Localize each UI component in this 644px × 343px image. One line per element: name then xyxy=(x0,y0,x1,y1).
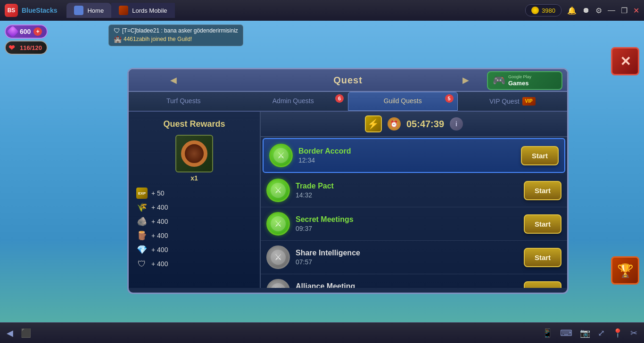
google-play-button[interactable]: 🎮 Google Play Games xyxy=(487,71,562,90)
resize-icon[interactable]: ⤢ xyxy=(596,326,607,340)
record-icon[interactable]: ⏺ xyxy=(582,6,590,15)
share-intelligence-start-button[interactable]: Start xyxy=(524,248,561,267)
add-gems-button[interactable]: + xyxy=(33,27,42,36)
gem-counter: 600 + xyxy=(5,24,48,39)
reward-item-box xyxy=(175,135,213,172)
quest-item-trade-pact[interactable]: ⚔ Trade Pact 14:32 Start xyxy=(261,174,567,207)
quest-list-panel: ⚡ ⏰ 05:47:39 i ⚔ Border Accord 12:34 xyxy=(261,112,567,288)
settings-icon[interactable]: ⚙ xyxy=(595,6,602,15)
trade-pact-start-button[interactable]: Start xyxy=(524,181,561,200)
lightning-icon: ⚡ xyxy=(365,115,382,132)
reward-list: EXP + 50 🌾 + 400 🪨 + 400 🪵 + 400 xyxy=(136,188,252,270)
exp-icon: EXP xyxy=(136,188,148,199)
ore-icon: 💎 xyxy=(136,244,148,255)
trade-pact-info: Trade Pact 14:32 xyxy=(296,182,518,199)
share-intelligence-time: 07:57 xyxy=(296,258,518,266)
chat-line-1: 🛡 [T=C]bladee21 : bana asker gödenderirm… xyxy=(114,27,238,34)
secret-meetings-start-button[interactable]: Start xyxy=(524,214,561,234)
display-icon[interactable]: 📱 xyxy=(540,326,554,340)
border-accord-time: 12:34 xyxy=(298,156,515,164)
quest-content: Quest Rewards x1 EXP + 50 🌾 + 400 🪨 xyxy=(129,112,567,288)
back-icon[interactable]: ◀ xyxy=(5,326,15,340)
bell-icon[interactable]: 🔔 xyxy=(567,6,577,15)
info-icon[interactable]: i xyxy=(450,117,463,131)
guild-message: 4461zabih joined the Guild! xyxy=(124,36,192,42)
minimize-icon[interactable]: — xyxy=(608,6,615,15)
chat-line-2: 🏰 4461zabih joined the Guild! xyxy=(114,35,238,43)
secret-meetings-name: Secret Meetings xyxy=(296,215,518,224)
quest-title: Quest xyxy=(333,75,363,86)
restore-icon[interactable]: ❐ xyxy=(621,6,627,15)
timer-bar: ⚡ ⏰ 05:47:39 i xyxy=(261,112,567,137)
keyboard-icon[interactable]: ⌨ xyxy=(558,326,574,340)
border-accord-start-button[interactable]: Start xyxy=(521,146,559,165)
tab-guild-quests[interactable]: Guild Quests 5 xyxy=(348,92,458,111)
coins-display: 3980 xyxy=(525,4,561,16)
google-play-icon: 🎮 xyxy=(493,74,505,87)
share-intelligence-name: Share Intelligence xyxy=(296,249,518,257)
share-intelligence-info: Share Intelligence 07:57 xyxy=(296,249,518,266)
titlebar: BS BlueStacks Home Lords Mobile 3980 🔔 ⏺… xyxy=(0,0,644,21)
secret-meetings-time: 09:37 xyxy=(296,225,518,232)
stone-icon: 🪨 xyxy=(136,216,148,227)
reward-stone: 🪨 + 400 xyxy=(136,216,252,227)
timer-display: 05:47:39 xyxy=(406,119,444,130)
rewards-title: Quest Rewards xyxy=(163,119,225,129)
gem-icon xyxy=(7,25,18,37)
trade-pact-name: Trade Pact xyxy=(296,182,518,190)
game-tab-icon xyxy=(119,6,128,15)
top-hud: 600 + ❤ 116/120 xyxy=(5,24,48,55)
reward-food: 🌾 + 400 xyxy=(136,202,252,213)
wood-icon: 🪵 xyxy=(136,230,148,241)
tab-turf-quests[interactable]: Turf Quests xyxy=(129,92,239,111)
home-icon[interactable]: ⬛ xyxy=(19,326,33,340)
gold-icon: 🛡 xyxy=(136,258,148,270)
reward-badge-button[interactable]: 🏆 xyxy=(611,256,639,285)
cut-icon[interactable]: ✂ xyxy=(628,326,639,340)
reward-wood: 🪵 + 400 xyxy=(136,230,252,241)
chat-message-1: [T=C]bladee21 : bana asker gödenderirmis… xyxy=(122,27,238,34)
health-counter: ❤ 116/120 xyxy=(5,41,48,55)
screenshot-icon[interactable]: 📷 xyxy=(578,326,592,340)
tab-lords-mobile[interactable]: Lords Mobile xyxy=(111,3,174,18)
alliance-meeting-name: Alliance Meeting xyxy=(296,282,518,288)
close-icon[interactable]: ✕ xyxy=(633,6,639,15)
secret-meetings-icon: ⚔ xyxy=(266,212,290,236)
chat-icon-1: 🛡 xyxy=(114,27,120,34)
game-area: 600 + ❤ 116/120 🛡 [T=C]bladee21 : bana a… xyxy=(0,21,644,322)
location-icon[interactable]: 📍 xyxy=(611,326,625,340)
border-accord-icon: ⚔ xyxy=(269,144,293,167)
reward-gold: 🛡 + 400 xyxy=(136,258,252,270)
panel-close-button[interactable]: ✕ xyxy=(611,47,639,75)
reward-badge-icon: 🏆 xyxy=(617,263,634,278)
reward-ore: 💎 + 400 xyxy=(136,244,252,255)
share-intelligence-icon: ⚔ xyxy=(266,245,290,269)
quest-item-border-accord[interactable]: ⚔ Border Accord 12:34 Start xyxy=(263,138,565,173)
border-accord-info: Border Accord 12:34 xyxy=(298,147,515,164)
titlebar-right: 3980 🔔 ⏺ ⚙ — ❐ ✕ xyxy=(525,4,639,16)
secret-meetings-info: Secret Meetings 09:37 xyxy=(296,215,518,232)
reward-exp: EXP + 50 xyxy=(136,188,252,199)
taskbar: ◀ ⬛ 📱 ⌨ 📷 ⤢ 📍 ✂ xyxy=(0,322,644,343)
google-play-text: Google Play Games xyxy=(508,74,531,87)
heart-icon: ❤ xyxy=(8,43,17,52)
guild-badge: 5 xyxy=(445,94,454,103)
quest-item-alliance-meeting[interactable]: ⚔ Alliance Meeting 06:54 Start xyxy=(261,274,567,288)
chat-area: 🛡 [T=C]bladee21 : bana asker gödenderirm… xyxy=(108,24,243,46)
bluestacks-brand: BlueStacks xyxy=(22,7,57,14)
tab-home[interactable]: Home xyxy=(66,3,111,18)
tab-admin-quests[interactable]: Admin Quests 6 xyxy=(239,92,348,111)
vip-badge: VIP xyxy=(522,97,536,106)
header-arrow-left[interactable]: ◀ xyxy=(166,75,181,85)
alliance-meeting-start-button[interactable]: Start xyxy=(524,281,561,288)
alliance-meeting-info: Alliance Meeting 06:54 xyxy=(296,282,518,288)
tab-vip-quest[interactable]: VIP Quest VIP xyxy=(458,92,568,111)
quest-item-secret-meetings[interactable]: ⚔ Secret Meetings 09:37 Start xyxy=(261,207,567,241)
home-tab-icon xyxy=(74,6,83,15)
rewards-panel: Quest Rewards x1 EXP + 50 🌾 + 400 🪨 xyxy=(129,112,261,288)
reward-ring-icon xyxy=(181,140,207,167)
clock-icon: ⏰ xyxy=(388,117,401,131)
header-arrow-right[interactable]: ▶ xyxy=(459,75,473,85)
quest-item-share-intelligence[interactable]: ⚔ Share Intelligence 07:57 Start xyxy=(261,241,567,274)
quest-panel: ◀ Quest ▶ 🎮 Google Play Games Turf Quest… xyxy=(127,68,569,294)
